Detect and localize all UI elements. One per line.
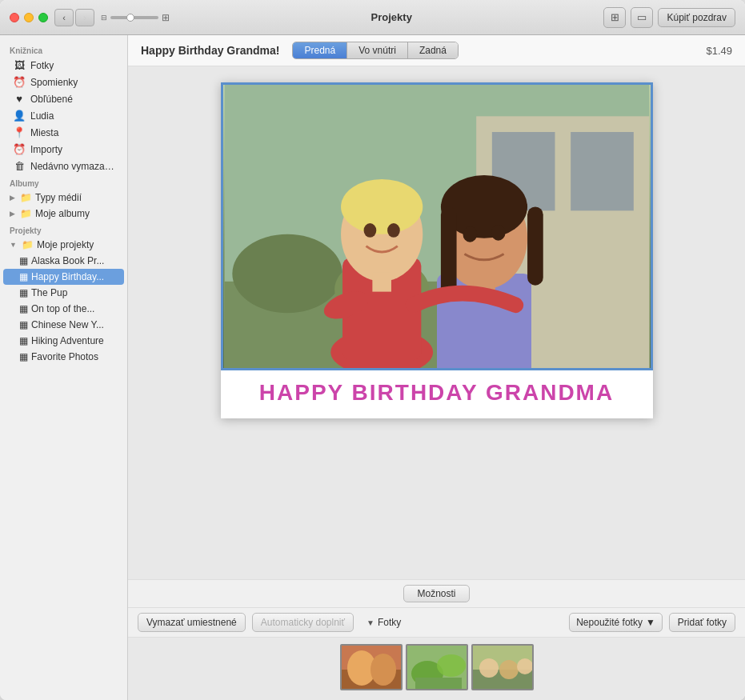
svg-point-33 <box>479 658 499 678</box>
sidebar-item-alaska[interactable]: ▦ Alaska Book Pr... <box>3 253 124 269</box>
panel-button[interactable]: ▭ <box>631 7 653 28</box>
card-text-area: HAPPY BIRTHDAY GRANDMA <box>221 370 653 418</box>
folder-icon: 📁 <box>22 239 34 250</box>
strip-svg-3 <box>473 646 534 690</box>
card-icon: ▦ <box>19 319 28 330</box>
svg-point-20 <box>491 225 505 241</box>
people-icon: 👤 <box>13 110 26 122</box>
sidebar-item-nedavno[interactable]: 🗑 Nedávno vymazané <box>3 158 124 174</box>
albums-header: Albumy <box>0 174 127 190</box>
sidebar-item-label: Ľudia <box>30 110 114 122</box>
sidebar-item-spomienky[interactable]: ⏰ Spomienky <box>3 74 124 90</box>
tab-vo-vnutri[interactable]: Vo vnútri <box>347 42 408 58</box>
back-button[interactable]: ‹ <box>54 9 74 26</box>
clear-placed-button[interactable]: Vymazať umiestnené <box>138 613 246 632</box>
bottom-bar: Vymazať umiestnené Automaticky doplniť ▼… <box>128 607 745 637</box>
card-photo[interactable] <box>221 82 653 370</box>
folder-icon: 📁 <box>20 192 32 203</box>
zoom-button[interactable] <box>38 13 48 22</box>
unused-label: Nepoužité fotky <box>576 617 643 628</box>
strip-photo-1[interactable] <box>340 644 403 690</box>
titlebar-right: ⊞ ▭ Kúpiť pozdrav <box>603 7 735 28</box>
sidebar-item-label: Hiking Adventure <box>31 335 104 346</box>
svg-point-34 <box>499 660 519 679</box>
auto-fill-button[interactable]: Automaticky doplniť <box>252 613 354 632</box>
sidebar-item-miesta[interactable]: 📍 Miesta <box>3 124 124 141</box>
sidebar-item-label: Miesta <box>30 127 114 138</box>
zoom-small-icon: ⊟ <box>101 14 107 22</box>
card-icon: ▦ <box>19 271 28 282</box>
sidebar-item-happy-birthday[interactable]: ▦ Happy Birthday... <box>3 269 124 285</box>
sidebar-item-label: Typy médií <box>35 192 82 203</box>
collapse-icon: ▶ <box>10 210 15 218</box>
sidebar-item-typy[interactable]: ▶ 📁 Typy médií <box>3 190 124 206</box>
strip-photo-3[interactable] <box>471 644 534 690</box>
photo-strip <box>128 637 745 700</box>
sidebar-item-moje-projekty[interactable]: ▼ 📁 Moje projekty <box>3 237 124 253</box>
strip-photo-2[interactable] <box>406 644 468 690</box>
svg-point-12 <box>387 223 400 238</box>
sidebar-item-moje-albumy[interactable]: ▶ 📁 Moje albumy <box>3 206 124 222</box>
card-icon: ▦ <box>19 335 28 346</box>
traffic-lights <box>10 13 48 22</box>
sidebar-item-importy[interactable]: ⏰ Importy <box>3 141 124 158</box>
nav-arrows: ‹ › <box>54 9 94 26</box>
sidebar-item-favorite[interactable]: ▦ Favorite Photos <box>3 349 124 365</box>
sidebar-item-hiking[interactable]: ▦ Hiking Adventure <box>3 333 124 349</box>
content-area: Happy Birthday Grandma! Predná Vo vnútri… <box>128 35 745 700</box>
close-button[interactable] <box>10 13 19 22</box>
svg-rect-13 <box>372 272 391 292</box>
zoom-track[interactable] <box>110 16 158 19</box>
card-caption: HAPPY BIRTHDAY GRANDMA <box>234 380 640 406</box>
tab-zadna[interactable]: Zadná <box>408 42 458 58</box>
forward-button[interactable]: › <box>75 9 94 26</box>
svg-point-11 <box>363 223 376 238</box>
options-bar: Možnosti <box>128 579 745 607</box>
svg-point-5 <box>232 234 342 313</box>
svg-point-26 <box>370 654 396 686</box>
greeting-card[interactable]: HAPPY BIRTHDAY GRANDMA <box>221 82 653 418</box>
sidebar-item-ludia[interactable]: 👤 Ľudia <box>3 107 124 124</box>
expand-icon: ▼ <box>10 241 17 249</box>
sidebar: Knižnica 🖼 Fotky ⏰ Spomienky ♥ Obľúbené … <box>0 35 128 700</box>
sidebar-item-chinese[interactable]: ▦ Chinese New Y... <box>3 317 124 333</box>
options-button[interactable]: Možnosti <box>403 585 469 602</box>
unused-photos-select[interactable]: Nepoužité fotky ▼ <box>569 613 663 632</box>
svg-rect-30 <box>415 678 462 690</box>
dropdown-arrow-icon: ▼ <box>366 618 375 627</box>
sidebar-item-label: Moje albumy <box>35 208 90 219</box>
sidebar-item-on-top[interactable]: ▦ On top of the... <box>3 301 124 317</box>
canvas-area: HAPPY BIRTHDAY GRANDMA <box>128 66 745 579</box>
photo-image <box>223 85 651 368</box>
sidebar-item-oblubene[interactable]: ♥ Obľúbené <box>3 90 124 107</box>
strip-photo-image-2 <box>407 646 467 689</box>
content-header: Happy Birthday Grandma! Predná Vo vnútri… <box>128 35 745 66</box>
tab-predna[interactable]: Predná <box>293 42 347 58</box>
zoom-thumb[interactable] <box>126 14 134 22</box>
heart-icon: ♥ <box>13 93 26 105</box>
card-icon: ▦ <box>19 351 28 362</box>
strip-svg-1 <box>342 646 403 690</box>
trash-icon: 🗑 <box>13 160 26 172</box>
price-label: $1.49 <box>706 45 732 57</box>
minimize-button[interactable] <box>24 13 34 22</box>
sidebar-item-label: Alaska Book Pr... <box>31 255 104 266</box>
sidebar-item-label: Happy Birthday... <box>31 271 104 282</box>
memories-icon: ⏰ <box>13 76 26 88</box>
tab-group: Predná Vo vnútri Zadná <box>292 42 458 59</box>
sidebar-item-fotky[interactable]: 🖼 Fotky <box>3 57 124 74</box>
svg-point-10 <box>341 179 423 234</box>
grid-view-button[interactable]: ⊞ <box>603 7 626 28</box>
library-header: Knižnica <box>0 42 127 57</box>
svg-rect-18 <box>527 206 543 285</box>
sidebar-item-label: Importy <box>30 144 114 155</box>
buy-button[interactable]: Kúpiť pozdrav <box>658 8 735 27</box>
photo-svg <box>223 85 651 368</box>
sidebar-item-the-pup[interactable]: ▦ The Pup <box>3 285 124 301</box>
strip-photo-image-3 <box>473 646 532 689</box>
sidebar-item-label: Favorite Photos <box>31 351 98 362</box>
titlebar: ‹ › ⊟ ⊞ Projekty ⊞ ▭ Kúpiť pozdrav <box>0 0 745 35</box>
select-arrow-icon: ▼ <box>646 617 655 628</box>
add-photos-button[interactable]: Pridať fotky <box>669 613 735 632</box>
projekty-header: Projekty <box>0 222 127 237</box>
